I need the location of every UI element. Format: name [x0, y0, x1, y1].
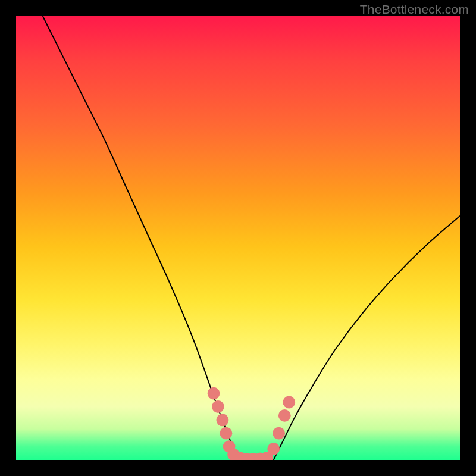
marker-dot — [278, 409, 291, 422]
marker-dot — [217, 414, 229, 427]
curve-markers — [208, 387, 296, 460]
curve-right-branch — [274, 216, 460, 460]
chart-frame: TheBottleneck.com — [0, 0, 476, 476]
plot-area — [16, 16, 460, 460]
marker-dot — [273, 427, 285, 440]
marker-dot — [212, 400, 224, 413]
curve-layer — [16, 16, 460, 460]
watermark-text: TheBottleneck.com — [360, 2, 469, 17]
marker-dot — [208, 387, 220, 400]
marker-dot — [267, 443, 280, 455]
marker-dot — [283, 396, 295, 409]
marker-dot — [220, 427, 233, 440]
